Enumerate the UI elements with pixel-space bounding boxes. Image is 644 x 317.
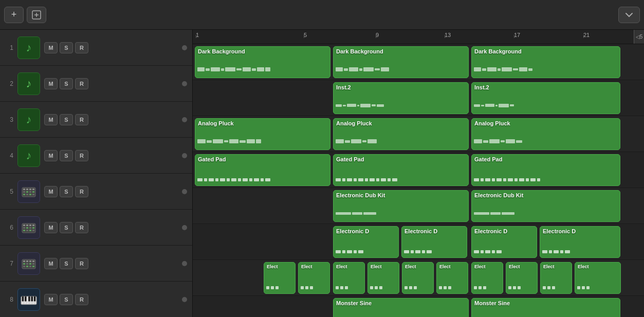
svg-rect-43 <box>22 296 24 301</box>
clip-elect-7-10[interactable]: Elect <box>575 262 621 294</box>
clip-dot-pattern-7-1 <box>266 285 293 290</box>
svg-rect-4 <box>23 189 25 190</box>
clip-label-elect-7-1: Elect <box>264 263 295 271</box>
clip-elect-7-9[interactable]: Elect <box>540 262 572 294</box>
ruler-mark-5: 5 <box>304 32 307 38</box>
mute-button-4[interactable]: M <box>44 150 58 161</box>
clip-ed-6-1[interactable]: Electronic D <box>333 226 399 258</box>
svg-rect-38 <box>23 266 25 267</box>
clip-dot-pattern-7-5 <box>404 285 431 290</box>
clip-elect-7-3[interactable]: Elect <box>333 262 365 294</box>
clip-analog-pluck-1[interactable]: Analog Pluck <box>195 118 330 150</box>
clip-inst2-2[interactable]: Inst.2 <box>471 82 620 114</box>
mute-button-5[interactable]: M <box>44 186 58 197</box>
svg-rect-32 <box>29 260 31 262</box>
track-icon-2: ♪ <box>17 72 40 95</box>
clip-dark-bg-1[interactable]: Dark Background <box>195 46 330 78</box>
track-row-6: Electronic D Electronic D Electronic D <box>193 224 644 260</box>
track-number-1: 1 <box>5 44 13 51</box>
clip-label-ed-6-4: Electronic D <box>540 227 620 236</box>
chevron-down-icon <box>624 11 634 19</box>
track-icon-3: ♪ <box>17 108 40 131</box>
record-button-5[interactable]: R <box>75 186 88 197</box>
drum-machine-icon-6 <box>21 219 37 236</box>
clip-edubkit-1[interactable]: Electronic Dub Kit <box>333 190 469 222</box>
ruler-end: ◁5 <box>634 30 644 44</box>
mute-button-7[interactable]: M <box>44 258 58 269</box>
clip-pattern-analog-1 <box>195 137 330 145</box>
add-button[interactable]: + <box>4 7 24 23</box>
clip-gated-pad-2[interactable]: Gated Pad <box>333 154 469 186</box>
clip-dot-pattern-7-9 <box>543 285 569 290</box>
solo-button-6[interactable]: S <box>60 222 73 233</box>
mute-button-2[interactable]: M <box>44 78 58 89</box>
track-controls-8: M S R <box>44 294 187 305</box>
clip-ed-6-3[interactable]: Electronic D <box>471 226 537 258</box>
clip-elect-7-4[interactable]: Elect <box>367 262 399 294</box>
clip-elect-7-5[interactable]: Elect <box>402 262 434 294</box>
track-dot-4 <box>182 153 187 158</box>
solo-button-8[interactable]: S <box>60 294 73 305</box>
clip-dot-pattern-gated-3 <box>474 177 618 182</box>
add-track-button[interactable] <box>27 7 46 23</box>
record-button-2[interactable]: R <box>75 78 88 89</box>
ruler-mark-13: 13 <box>445 32 451 38</box>
solo-button-2[interactable]: S <box>60 78 73 89</box>
clip-gated-pad-3[interactable]: Gated Pad <box>471 154 620 186</box>
mute-button-1[interactable]: M <box>44 42 58 53</box>
clip-dot-pattern-ed-6-3 <box>474 249 535 254</box>
record-button-8[interactable]: R <box>75 294 88 305</box>
music-note-icon-3: ♪ <box>26 113 32 126</box>
timeline-area: 1 5 9 13 17 21 ◁5 Dark Background <box>193 30 644 317</box>
clip-elect-7-6[interactable]: Elect <box>436 262 468 294</box>
tracks-scroll[interactable]: Dark Background <box>193 44 644 317</box>
track-controls-5: M S R <box>44 186 187 197</box>
drum-machine-icon-7 <box>21 255 37 272</box>
clip-dark-bg-3[interactable]: Dark Background <box>471 46 620 78</box>
main-area: 1 ♪ M S R 2 ♪ M S R <box>0 30 644 317</box>
music-note-icon-2: ♪ <box>26 77 32 90</box>
mute-button-3[interactable]: M <box>44 114 58 125</box>
track-dot-3 <box>182 117 187 122</box>
clip-elect-7-2[interactable]: Elect <box>298 262 330 294</box>
clip-label-monster-sine-2: Monster Sine <box>472 299 620 308</box>
clip-elect-7-7[interactable]: Elect <box>471 262 503 294</box>
solo-button-3[interactable]: S <box>60 114 73 125</box>
clip-label-ed-6-2: Electronic D <box>402 227 467 236</box>
clip-analog-pluck-3[interactable]: Analog Pluck <box>471 118 620 150</box>
clip-edubkit-2[interactable]: Electronic Dub Kit <box>471 190 620 222</box>
clip-elect-7-1[interactable]: Elect <box>264 262 296 294</box>
clip-label-elect-7-9: Elect <box>541 263 572 271</box>
clip-monster-sine-2[interactable]: Monster Sine <box>471 298 620 317</box>
record-button-3[interactable]: R <box>75 114 88 125</box>
record-button-1[interactable]: R <box>75 42 88 53</box>
track-row-8: Monster Sine Monster Sine <box>193 296 644 317</box>
record-button-7[interactable]: R <box>75 258 88 269</box>
mute-button-8[interactable]: M <box>44 294 58 305</box>
solo-button-5[interactable]: S <box>60 186 73 197</box>
clip-ed-6-2[interactable]: Electronic D <box>401 226 467 258</box>
clip-monster-sine-1[interactable]: Monster Sine <box>333 298 469 317</box>
mute-button-6[interactable]: M <box>44 222 58 233</box>
svg-rect-20 <box>32 225 34 226</box>
chevron-button[interactable] <box>618 7 640 23</box>
svg-rect-7 <box>32 189 34 190</box>
ruler: 1 5 9 13 17 21 ◁5 <box>193 30 644 44</box>
solo-button-1[interactable]: S <box>60 42 73 53</box>
clip-gated-pad-1[interactable]: Gated Pad <box>195 154 330 186</box>
clip-analog-pluck-2[interactable]: Analog Pluck <box>333 118 469 150</box>
svg-rect-11 <box>32 191 34 193</box>
track-dot-1 <box>182 45 187 50</box>
clip-ed-6-4[interactable]: Electronic D <box>540 226 620 258</box>
record-button-4[interactable]: R <box>75 150 88 161</box>
track-header-1: 1 ♪ M S R <box>0 30 192 66</box>
solo-button-4[interactable]: S <box>60 150 73 161</box>
track-header-4: 4 ♪ M S R <box>0 138 192 174</box>
track-row-7: Elect Elect Elect <box>193 260 644 296</box>
svg-rect-18 <box>26 225 28 226</box>
solo-button-7[interactable]: S <box>60 258 73 269</box>
clip-elect-7-8[interactable]: Elect <box>506 262 538 294</box>
record-button-6[interactable]: R <box>75 222 88 233</box>
clip-dark-bg-2[interactable]: Dark Background <box>333 46 469 78</box>
clip-inst2-1[interactable]: Inst.2 <box>333 82 469 114</box>
